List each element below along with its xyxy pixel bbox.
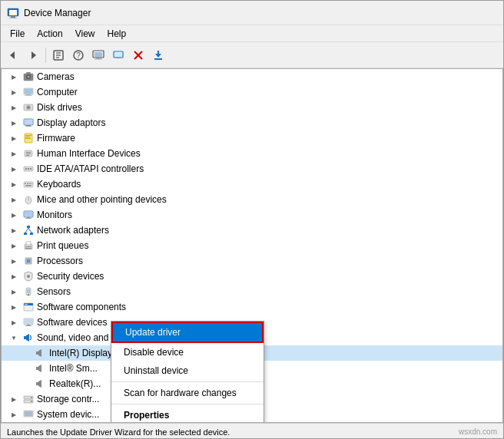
- svg-rect-63: [25, 218, 32, 219]
- svg-rect-72: [25, 248, 32, 249]
- tree-item-computer[interactable]: Computer: [2, 84, 502, 100]
- monitors-label: Monitors: [37, 210, 72, 220]
- tree-item-cameras[interactable]: Cameras: [2, 69, 502, 84]
- tree-item-ide[interactable]: IDE ATA/ATAPI controllers: [2, 161, 502, 177]
- ctx-uninstall-device[interactable]: Uninstall device: [111, 361, 264, 380]
- svg-rect-48: [25, 168, 27, 170]
- svg-rect-45: [26, 153, 31, 154]
- svg-marker-91: [38, 349, 41, 357]
- expander-sensors[interactable]: [8, 286, 20, 298]
- svg-rect-66: [30, 233, 33, 235]
- expander-ide[interactable]: [8, 163, 20, 175]
- expander-network[interactable]: [8, 224, 20, 236]
- toolbar: ?: [1, 42, 503, 68]
- download-button[interactable]: [149, 46, 167, 64]
- svg-rect-65: [24, 233, 27, 235]
- storage-icon: [22, 393, 35, 405]
- expander-proc[interactable]: [8, 255, 20, 267]
- sysdevice-icon: [22, 408, 35, 421]
- update-button[interactable]: ?: [69, 46, 88, 64]
- status-bar: Launches the Update Driver Wizard for th…: [1, 423, 503, 439]
- svg-rect-62: [27, 217, 30, 218]
- keyboards-icon: [22, 178, 35, 190]
- menu-view[interactable]: View: [69, 27, 101, 41]
- expander-monitors[interactable]: [8, 209, 20, 221]
- tree-item-keyboards[interactable]: Keyboards: [2, 177, 502, 192]
- svg-marker-89: [26, 334, 29, 342]
- sensors-label: Sensors: [37, 286, 71, 297]
- expander-cameras[interactable]: [8, 71, 20, 83]
- expander-firmware[interactable]: [8, 132, 20, 144]
- svg-rect-53: [27, 183, 28, 185]
- back-button[interactable]: [4, 46, 22, 64]
- svg-rect-13: [94, 52, 102, 57]
- ctx-separator-2: [111, 404, 264, 404]
- expander-display[interactable]: [8, 117, 20, 129]
- hid-label: Human Interface Devices: [37, 148, 141, 159]
- expander-sound[interactable]: [8, 332, 20, 344]
- tree-item-print[interactable]: Print queues: [2, 238, 502, 253]
- tree-item-disk[interactable]: Disk drives: [2, 100, 502, 115]
- svg-rect-75: [27, 259, 30, 262]
- watermark: wsxdn.com: [459, 427, 497, 436]
- delete-button[interactable]: [129, 46, 148, 64]
- tree-item-monitors[interactable]: Monitors: [2, 207, 502, 223]
- expander-softdev[interactable]: [8, 316, 20, 328]
- forward-button[interactable]: [24, 46, 42, 64]
- svg-rect-15: [94, 58, 102, 59]
- monitor-button[interactable]: [109, 46, 128, 64]
- software-label: Software components: [37, 302, 126, 312]
- sound-icon: [22, 332, 35, 344]
- tree-item-network[interactable]: Network adapters: [2, 223, 502, 238]
- expander-storage[interactable]: [8, 393, 20, 405]
- tree-item-mice[interactable]: Mice and other pointing devices: [2, 192, 502, 207]
- svg-rect-101: [25, 411, 32, 416]
- tree-item-software[interactable]: Software components: [2, 299, 502, 315]
- expander-keyboards[interactable]: [8, 178, 20, 190]
- proc-label: Processors: [37, 256, 83, 266]
- svg-rect-94: [36, 382, 38, 385]
- display-label: Display adaptors: [37, 117, 105, 128]
- svg-line-68: [28, 228, 32, 233]
- print-label: Print queues: [37, 240, 88, 251]
- tree-item-security[interactable]: Security devices: [2, 269, 502, 284]
- expander-security[interactable]: [8, 270, 20, 282]
- security-icon: [22, 270, 35, 282]
- intel-smart-label: Intel® Sm...: [49, 363, 98, 374]
- tree-item-proc[interactable]: Processors: [2, 253, 502, 269]
- svg-rect-70: [26, 242, 31, 245]
- ctx-disable-device[interactable]: Disable device: [111, 343, 264, 361]
- svg-text:?: ?: [76, 51, 81, 60]
- tree-item-sensors[interactable]: Sensors: [2, 284, 502, 299]
- svg-rect-17: [115, 53, 121, 57]
- svg-point-82: [25, 304, 26, 305]
- menu-action[interactable]: Action: [31, 27, 68, 41]
- context-menu: Update driver Disable device Uninstall d…: [111, 321, 264, 423]
- svg-point-76: [27, 275, 30, 278]
- expander-hid[interactable]: [8, 147, 20, 160]
- expander-print[interactable]: [8, 239, 20, 252]
- expander-software[interactable]: [8, 301, 20, 313]
- expander-sysdevice[interactable]: [8, 408, 20, 421]
- svg-rect-3: [9, 18, 17, 18]
- app-icon: [7, 7, 19, 19]
- svg-rect-55: [32, 183, 32, 185]
- tree-item-display[interactable]: Display adaptors: [2, 115, 502, 130]
- expander-disk[interactable]: [8, 101, 20, 114]
- menu-file[interactable]: File: [4, 27, 31, 41]
- ctx-properties[interactable]: Properties: [111, 406, 264, 423]
- tree-item-firmware[interactable]: Firmware: [2, 130, 502, 146]
- ctx-update-driver[interactable]: Update driver: [111, 322, 264, 343]
- svg-rect-52: [25, 183, 26, 185]
- mice-icon: [22, 193, 35, 206]
- expander-mice[interactable]: [8, 193, 20, 206]
- menu-help[interactable]: Help: [101, 27, 133, 41]
- ctx-scan-hardware[interactable]: Scan for hardware changes: [111, 384, 264, 402]
- expander-computer[interactable]: [8, 86, 20, 98]
- computer-button[interactable]: [89, 46, 108, 64]
- tree-item-hid[interactable]: Human Interface Devices: [2, 146, 502, 161]
- svg-rect-1: [9, 10, 17, 15]
- svg-rect-85: [25, 319, 32, 324]
- properties-button[interactable]: [49, 46, 68, 64]
- cameras-icon: [22, 71, 35, 83]
